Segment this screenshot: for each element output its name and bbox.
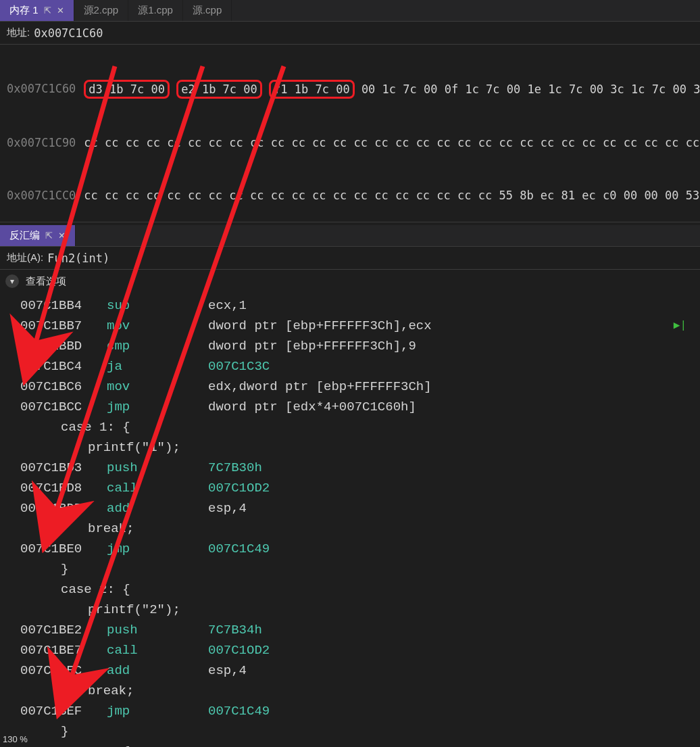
close-icon[interactable]: ✕ — [58, 231, 66, 241]
disasm-line: case 1: { — [20, 417, 686, 437]
asm-address: 007C1BE2 — [20, 620, 107, 640]
tab-src1[interactable]: 源1.cpp — [128, 0, 183, 21]
source-text: break; — [20, 681, 134, 701]
disasm-line: break; — [20, 681, 686, 701]
asm-opcode: mov — [107, 377, 208, 397]
pin-icon[interactable]: ⇱ — [44, 5, 51, 16]
tab-label: 反汇编 — [9, 229, 40, 242]
asm-operand: dword ptr [edx*4+007C1C60h] — [208, 397, 686, 417]
chevron-down-icon[interactable]: ▾ — [5, 274, 19, 288]
hex-address: 0x007C1C60 — [7, 80, 76, 99]
disassembly-listing: 007C1BB4subecx,1007C1BB7movdword ptr [eb… — [0, 293, 700, 747]
asm-opcode: call — [107, 640, 208, 660]
disasm-address-input[interactable] — [47, 251, 693, 265]
asm-address: 007C1BEC — [20, 660, 107, 681]
disasm-line: 007C1BECaddesp,4 — [20, 660, 686, 681]
asm-opcode: call — [107, 478, 208, 498]
disasm-line: printf("1"); — [20, 437, 686, 458]
asm-opcode: mov — [107, 316, 208, 336]
memory-address-input[interactable] — [34, 26, 693, 40]
jump-target-box-2: e2 1b 7c 00 — [176, 80, 262, 99]
asm-opcode: jmp — [107, 701, 208, 721]
asm-address: 007C1BB4 — [20, 295, 107, 316]
source-text: } — [20, 559, 68, 579]
asm-opcode: jmp — [107, 539, 208, 559]
asm-opcode: push — [107, 458, 208, 478]
tab-label: 源.cpp — [193, 4, 222, 17]
asm-operand: 7C7B30h — [208, 458, 686, 478]
execution-pointer-icon: ▶| — [674, 316, 686, 336]
asm-operand: ecx,1 — [208, 295, 686, 316]
hex-address: 0x007C1CC0 — [7, 187, 76, 204]
view-options-label: 查看选项 — [26, 275, 66, 288]
source-text: break; — [20, 519, 134, 539]
address-label: 地址(A): — [7, 251, 43, 264]
tab-label: 内存 1 — [9, 4, 39, 17]
asm-address: 007C1BC6 — [20, 377, 107, 397]
asm-operand: 007C1C3C — [208, 356, 686, 377]
asm-opcode: sub — [107, 295, 208, 316]
asm-operand: 007C1OD2 — [208, 478, 686, 498]
disasm-line: 007C1BBDcmpdword ptr [ebp+FFFFFF3Ch],9 — [20, 336, 686, 356]
zoom-level: 130 % — [3, 734, 28, 744]
hex-bytes: cc cc cc cc cc cc cc cc cc cc cc cc cc c… — [84, 134, 700, 151]
asm-operand: dword ptr [ebp+FFFFFF3Ch],ecx — [208, 316, 660, 336]
source-text: printf("2"); — [20, 600, 180, 620]
source-text: case 1: { — [20, 417, 130, 437]
asm-opcode: add — [107, 660, 208, 681]
asm-address: 007C1BBD — [20, 336, 107, 356]
hex-row: 0x007C1C90 cc cc cc cc cc cc cc cc cc cc… — [7, 134, 693, 151]
hex-rest: 00 1c 7c 00 0f 1c 7c 00 1e 1c 7c 00 3c 1… — [355, 82, 700, 96]
memory-address-bar: 地址: — [0, 22, 700, 45]
asm-operand: 007C1C49 — [208, 539, 686, 559]
hex-row: 0x007C1C60 d3 1b 7c 00 e2 1b 7c 00 f1 1b… — [7, 80, 693, 99]
asm-address: 007C1BD8 — [20, 478, 107, 498]
disasm-line: 007C1BC4ja007C1C3C — [20, 356, 686, 377]
disasm-line: 007C1BE7call007C1OD2 — [20, 640, 686, 660]
hex-row: 0x007C1CC0 cc cc cc cc cc cc cc cc cc cc… — [7, 187, 693, 204]
asm-address: 007C1BCC — [20, 397, 107, 417]
view-options-row[interactable]: ▾ 查看选项 — [0, 270, 700, 293]
disasm-line: 007C1BEFjmp007C1C49 — [20, 701, 686, 721]
tab-memory-1[interactable]: 内存 1 ⇱ ✕ — [0, 0, 74, 21]
pin-icon[interactable]: ⇱ — [45, 231, 53, 241]
disasm-line: 007C1BD8call007C1OD2 — [20, 478, 686, 498]
disasm-line: 007C1BE2push7C7B34h — [20, 620, 686, 640]
hex-bytes: d3 1b 7c 00 e2 1b 7c 00 f1 1b 7c 00 00 1… — [84, 80, 700, 99]
asm-address: 007C1BB7 — [20, 316, 107, 336]
disasm-line: case 2: { — [20, 579, 686, 600]
disasm-line: 007C1BD3push7C7B30h — [20, 458, 686, 478]
asm-opcode: push — [107, 620, 208, 640]
jump-target-box-3: f1 1b 7c 00 — [269, 80, 355, 99]
disasm-address-bar: 地址(A): — [0, 247, 700, 270]
asm-operand: esp,4 — [208, 660, 686, 681]
asm-operand: 7C7B34h — [208, 620, 686, 640]
asm-opcode: cmp — [107, 336, 208, 356]
close-icon[interactable]: ✕ — [57, 5, 64, 16]
asm-opcode: ja — [107, 356, 208, 377]
disasm-line: 007C1BC6movedx,dword ptr [ebp+FFFFFF3Ch] — [20, 377, 686, 397]
hex-bytes: cc cc cc cc cc cc cc cc cc cc cc cc cc c… — [84, 187, 700, 204]
source-text: case 2: { — [20, 579, 130, 600]
address-label: 地址: — [7, 26, 30, 39]
disasm-line: } — [20, 721, 686, 742]
asm-address: 007C1BE7 — [20, 640, 107, 660]
tab-label: 源2.cpp — [84, 4, 119, 17]
asm-address: 007C1BC4 — [20, 356, 107, 377]
disasm-line: 007C1BB7movdword ptr [ebp+FFFFFF3Ch],ecx… — [20, 316, 686, 336]
asm-operand: edx,dword ptr [ebp+FFFFFF3Ch] — [208, 377, 686, 397]
asm-operand: 007C1C49 — [208, 701, 686, 721]
tab-disassembly[interactable]: 反汇编 ⇱ ✕ — [0, 225, 76, 246]
asm-opcode: jmp — [107, 397, 208, 417]
source-text: printf("1"); — [20, 437, 180, 458]
disasm-line: 007C1BCCjmpdword ptr [edx*4+007C1C60h] — [20, 397, 686, 417]
jump-target-box-1: d3 1b 7c 00 — [84, 80, 170, 99]
asm-operand: esp,4 — [208, 498, 686, 519]
tab-src0[interactable]: 源.cpp — [183, 0, 232, 21]
hex-address: 0x007C1C90 — [7, 134, 76, 151]
disasm-line: 007C1BE0jmp007C1C49 — [20, 539, 686, 559]
asm-address: 007C1BEF — [20, 701, 107, 721]
tab-src2[interactable]: 源2.cpp — [74, 0, 129, 21]
asm-operand: 007C1OD2 — [208, 640, 686, 660]
asm-operand: dword ptr [ebp+FFFFFF3Ch],9 — [208, 336, 686, 356]
